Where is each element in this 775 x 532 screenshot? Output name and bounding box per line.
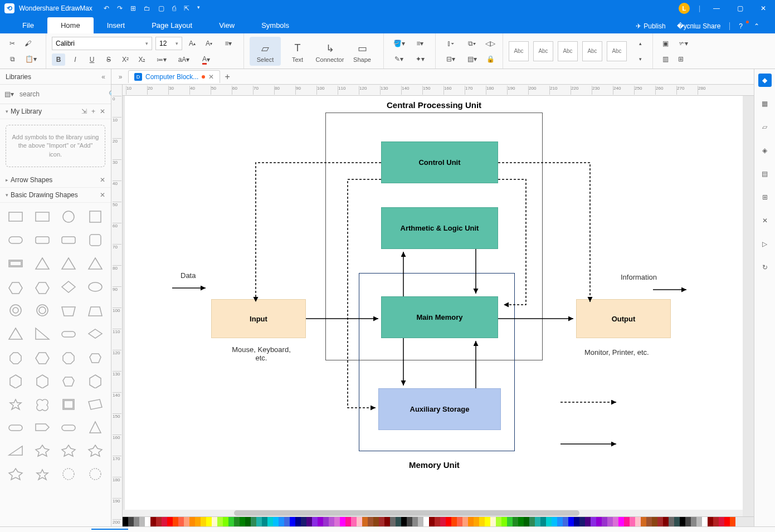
shape-item[interactable] — [57, 440, 81, 461]
color-swatch[interactable] — [646, 517, 652, 526]
color-swatch[interactable] — [212, 517, 217, 526]
font-select[interactable]: Calibri▾ — [52, 37, 152, 50]
select-tool[interactable]: ▱Select — [250, 37, 281, 66]
page-width-icon[interactable]: ▥ — [659, 53, 672, 65]
theme-2[interactable]: Abc — [533, 41, 553, 61]
color-swatch[interactable] — [173, 517, 178, 526]
color-swatch[interactable] — [201, 517, 206, 526]
shape-item[interactable] — [83, 300, 108, 321]
shape-item[interactable] — [57, 323, 81, 344]
color-swatch[interactable] — [145, 517, 150, 526]
image-panel-icon[interactable]: ▱ — [758, 120, 772, 134]
color-swatch[interactable] — [284, 517, 290, 526]
color-swatch[interactable] — [162, 517, 167, 526]
color-swatch[interactable] — [290, 517, 295, 526]
color-swatch[interactable] — [245, 517, 251, 526]
shape-item[interactable] — [83, 393, 108, 414]
shape-item[interactable] — [30, 440, 55, 461]
shuffle-panel-icon[interactable]: ✕ — [758, 214, 772, 227]
color-swatch[interactable] — [234, 517, 240, 526]
format-painter-icon[interactable]: 🖌 — [21, 37, 35, 50]
bold-icon[interactable]: B — [52, 53, 65, 66]
color-swatch[interactable] — [429, 517, 435, 526]
shape-item[interactable] — [83, 417, 108, 438]
color-swatch[interactable] — [256, 517, 262, 526]
color-swatch[interactable] — [607, 517, 613, 526]
color-swatch[interactable] — [485, 517, 490, 526]
text-tool[interactable]: TText — [282, 37, 313, 66]
color-swatch[interactable] — [540, 517, 546, 526]
shape-item[interactable] — [83, 346, 108, 368]
color-swatch[interactable] — [552, 517, 557, 526]
cut-icon[interactable]: ✂ — [6, 37, 19, 50]
shape-item[interactable] — [30, 393, 55, 414]
menu-home[interactable]: Home — [47, 17, 94, 33]
color-swatch[interactable] — [585, 517, 591, 526]
color-swatch[interactable] — [318, 517, 323, 526]
open-icon[interactable]: 🗀 — [144, 4, 150, 12]
color-swatch[interactable] — [240, 517, 245, 526]
color-swatch[interactable] — [329, 517, 334, 526]
close-cat-icon[interactable]: ✕ — [100, 191, 105, 199]
color-swatch[interactable] — [279, 517, 284, 526]
theme-4[interactable]: Abc — [582, 41, 602, 61]
size-select[interactable]: 12▾ — [155, 37, 182, 50]
menu-symbols[interactable]: Symbols — [248, 17, 303, 33]
color-swatch[interactable] — [384, 517, 390, 526]
color-swatch[interactable] — [412, 517, 418, 526]
strike-icon[interactable]: S — [102, 53, 115, 66]
color-swatch[interactable] — [306, 517, 312, 526]
color-swatch[interactable] — [496, 517, 501, 526]
color-swatch[interactable] — [474, 517, 479, 526]
color-swatch[interactable] — [691, 517, 696, 526]
color-swatch[interactable] — [139, 517, 145, 526]
cat-arrow[interactable]: ▸Arrow Shapes ✕ — [0, 173, 111, 188]
zoom-in-icon[interactable]: + — [694, 529, 707, 533]
shape-item[interactable] — [3, 300, 28, 321]
color-swatch[interactable] — [373, 517, 379, 526]
shape-item[interactable] — [3, 323, 28, 344]
page-fit-icon[interactable]: ▣ — [659, 37, 672, 50]
shape-item[interactable] — [57, 370, 81, 391]
shape-item[interactable] — [30, 300, 55, 321]
play-icon[interactable]: ▷ — [619, 529, 633, 533]
color-swatch[interactable] — [501, 517, 507, 526]
color-swatch[interactable] — [435, 517, 440, 526]
subscript-icon[interactable]: X₂ — [135, 53, 149, 66]
focus-button[interactable]: [·] Focus — [584, 529, 620, 533]
color-swatch[interactable] — [557, 517, 563, 526]
shape-item[interactable] — [3, 417, 28, 438]
theme-3[interactable]: Abc — [558, 41, 578, 61]
shape-item[interactable] — [83, 440, 108, 461]
color-swatch[interactable] — [418, 517, 423, 526]
color-swatch[interactable] — [635, 517, 641, 526]
color-swatch[interactable] — [462, 517, 468, 526]
color-swatch[interactable] — [251, 517, 256, 526]
font-color-icon[interactable]: A▾ — [197, 53, 216, 66]
expand-lib-icon[interactable]: » — [115, 73, 126, 81]
undo-icon[interactable]: ↶ — [104, 4, 109, 12]
shape-item[interactable] — [83, 323, 108, 344]
color-bar[interactable] — [123, 516, 754, 526]
shrink-font-icon[interactable]: A▾ — [202, 37, 216, 50]
collapse-ribbon-icon[interactable]: ⌃ — [749, 22, 764, 30]
align-icon[interactable]: ≡▾ — [219, 37, 238, 50]
color-swatch[interactable] — [362, 517, 368, 526]
save-icon[interactable]: ▢ — [158, 4, 164, 12]
publish-button[interactable]: ✈ Publish — [631, 22, 670, 30]
shape-item[interactable] — [57, 206, 81, 227]
maximize-button[interactable]: ▢ — [733, 4, 747, 12]
color-swatch[interactable] — [312, 517, 318, 526]
shape-item[interactable] — [3, 206, 28, 227]
fit-page-icon[interactable]: ⛶ — [739, 529, 754, 533]
color-swatch[interactable] — [156, 517, 162, 526]
superscript-icon[interactable]: X² — [119, 53, 132, 66]
close-button[interactable]: ✕ — [756, 4, 771, 12]
theme-down-icon[interactable]: ▾ — [633, 53, 647, 65]
shape-item[interactable] — [57, 276, 81, 297]
color-swatch[interactable] — [446, 517, 451, 526]
shape-item[interactable] — [3, 393, 28, 414]
qat-more-icon[interactable]: ▾ — [197, 4, 200, 12]
shape-item[interactable] — [57, 417, 81, 438]
menu-file[interactable]: File — [9, 17, 47, 33]
